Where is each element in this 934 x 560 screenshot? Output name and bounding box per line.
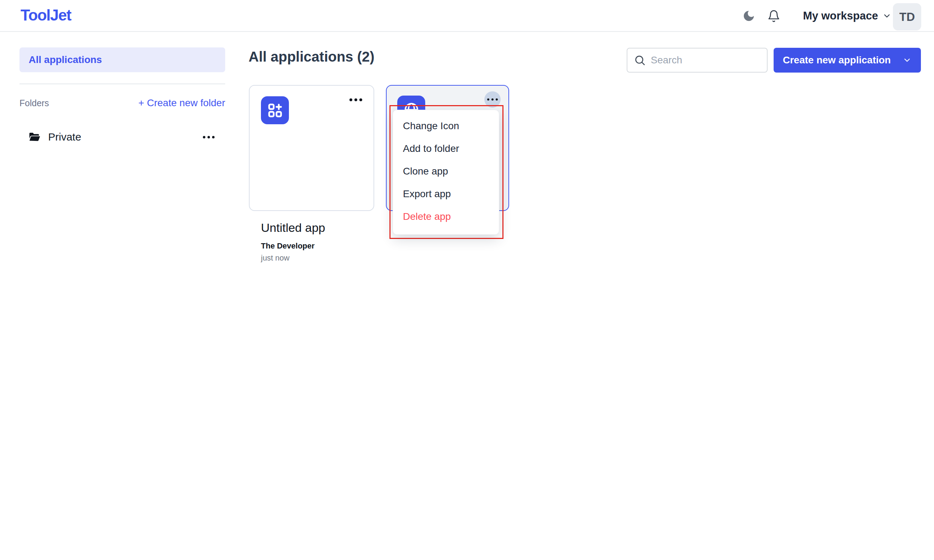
app-icon-grid-plus xyxy=(261,96,289,124)
chevron-down-icon[interactable] xyxy=(902,55,912,65)
app-author: The Developer xyxy=(261,242,315,251)
menu-item-delete-app[interactable]: Delete app xyxy=(393,205,499,228)
menu-item-add-to-folder[interactable]: Add to folder xyxy=(393,137,499,160)
dark-mode-toggle[interactable] xyxy=(742,9,756,23)
create-new-folder-link[interactable]: + Create new folder xyxy=(138,97,225,109)
search-icon xyxy=(634,54,646,66)
create-button-label: Create new application xyxy=(783,54,891,66)
app-card-untitled-app[interactable]: Untitled app The Developer just now xyxy=(249,85,374,211)
bell-icon xyxy=(767,9,780,23)
menu-item-export-app[interactable]: Export app xyxy=(393,183,499,205)
chevron-down-icon xyxy=(882,11,891,20)
ellipsis-icon xyxy=(487,98,498,100)
app-updated-time: just now xyxy=(261,254,289,263)
top-navbar: ToolJet My workspace TD xyxy=(0,0,934,32)
folder-open-icon xyxy=(28,131,41,143)
workspace-switcher[interactable]: My workspace xyxy=(803,0,891,32)
folder-name: Private xyxy=(48,131,81,143)
search-input[interactable] xyxy=(651,54,760,66)
tooljet-logo[interactable]: ToolJet xyxy=(20,6,71,24)
moon-icon xyxy=(742,9,756,23)
menu-item-clone-app[interactable]: Clone app xyxy=(393,160,499,183)
workspace-name: My workspace xyxy=(803,9,878,22)
app-options-button-active[interactable] xyxy=(484,91,501,108)
grid-plus-icon xyxy=(266,102,284,119)
user-avatar[interactable]: TD xyxy=(893,3,921,31)
notifications-button[interactable] xyxy=(766,9,781,23)
avatar-initials: TD xyxy=(899,10,915,24)
sidebar-folder-private[interactable]: Private xyxy=(20,126,225,148)
search-box xyxy=(627,48,768,72)
all-applications-label: All applications xyxy=(29,54,102,66)
create-new-application-button[interactable]: Create new application xyxy=(774,48,921,72)
folders-header-row: Folders + Create new folder xyxy=(20,95,225,111)
app-context-menu: Change Icon Add to folder Clone app Expo… xyxy=(392,110,499,235)
app-options-button[interactable] xyxy=(349,98,362,101)
folders-heading: Folders xyxy=(20,98,49,108)
sidebar-divider xyxy=(20,83,225,84)
sidebar-item-all-applications[interactable]: All applications xyxy=(20,48,225,72)
menu-item-change-icon[interactable]: Change Icon xyxy=(393,115,499,137)
folder-options-button[interactable] xyxy=(203,136,215,138)
app-title: Untitled app xyxy=(261,221,325,235)
page-title: All applications (2) xyxy=(249,49,375,65)
